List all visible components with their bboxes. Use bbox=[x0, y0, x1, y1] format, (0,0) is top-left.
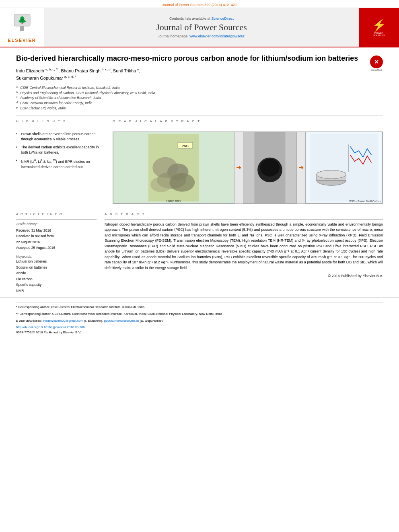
journal-homepage-link[interactable]: www.elsevier.com/locate/jpowsour bbox=[189, 34, 245, 38]
crossmark-badge: ✕ CrossMark bbox=[370, 55, 383, 71]
affiliation-a: a CSIR-Central Electrochemical Research … bbox=[16, 85, 383, 90]
bullet-icon: • bbox=[16, 131, 19, 142]
svg-rect-14 bbox=[310, 134, 378, 201]
divider-2 bbox=[16, 208, 383, 208]
ga-arrow-icon: ➜ bbox=[234, 132, 243, 203]
keyword-1: Lithium ion batteries bbox=[16, 259, 97, 264]
keywords-title: Keywords: bbox=[16, 255, 97, 259]
keywords-list: Lithium ion batteries Sodium ion batteri… bbox=[16, 259, 97, 294]
affiliation-d: d CSIR- Network Institutes for Solar Ene… bbox=[16, 101, 383, 106]
top-bar: Journal of Power Sources 329 (2016) 412–… bbox=[0, 0, 399, 8]
bullet-icon: • bbox=[16, 145, 19, 156]
article-history-dates: Received 31 May 2016 Received in revised… bbox=[16, 228, 97, 251]
revised-date: Received in revised form22 August 2016 bbox=[16, 233, 97, 245]
highlight-item-1: • Prawn shells are converted into porous… bbox=[16, 131, 105, 142]
abstract-header: A B S T R A C T bbox=[105, 212, 383, 217]
battery-visual bbox=[307, 134, 381, 201]
svg-text:🌲: 🌲 bbox=[18, 15, 27, 24]
journal-logo-area: ⚡ POWERSOURCES bbox=[359, 8, 399, 47]
footer-notes: * Corresponding author. CSIR-Central Ele… bbox=[0, 298, 399, 339]
journal-reference: Journal of Power Sources 329 (2016) 412–… bbox=[162, 3, 237, 7]
author-sunil: Sunil Trikha e bbox=[113, 68, 139, 73]
accepted-date: Accepted 25 August 2016 bbox=[16, 245, 97, 251]
prawn-shell-visual: PSC bbox=[115, 134, 232, 201]
svg-rect-2 bbox=[20, 26, 24, 31]
abstract-section: A B S T R A C T Nitrogen doped hierarchi… bbox=[105, 212, 383, 278]
keyword-4: Bio carbon bbox=[16, 276, 97, 282]
doi-link[interactable]: http://dx.doi.org/10.1016/j.jpowsour.201… bbox=[16, 325, 85, 329]
affiliations: a CSIR-Central Electrochemical Research … bbox=[16, 85, 383, 111]
corr-note-1: * Corresponding author. CSIR-Central Ele… bbox=[16, 305, 383, 310]
svg-point-7 bbox=[150, 177, 172, 192]
highlight-item-3: • NMR (Li6, Li7 & Na 23) and EPR studies… bbox=[16, 158, 105, 170]
logo-subtext: POWERSOURCES bbox=[373, 32, 385, 37]
graphical-abstract-image: PSC Prawn shell ➜ bbox=[113, 131, 383, 204]
elsevier-brand-text: ELSEVIER bbox=[8, 38, 36, 43]
elsevier-logo-area: 🌲 ELSEVIER bbox=[0, 8, 44, 47]
highlight-item-2: • The derived carbon exhibits excellent … bbox=[16, 145, 105, 156]
page: Journal of Power Sources 329 (2016) 412–… bbox=[0, 0, 399, 532]
svg-text:PSC: PSC bbox=[181, 144, 188, 148]
contents-line: Contents lists available at ScienceDirec… bbox=[169, 16, 234, 21]
journal-logo-box: ⚡ POWERSOURCES bbox=[363, 11, 395, 43]
issn-line: 0378-7753/© 2016 Published by Elsevier B… bbox=[16, 330, 383, 335]
article-info-header: A R T I C L E I N F O bbox=[16, 212, 97, 217]
homepage-line: journal homepage: www.elsevier.com/locat… bbox=[158, 34, 245, 38]
article-title-area: ✕ CrossMark Bio-derived hierarchically m… bbox=[16, 54, 383, 63]
sciencedirect-link[interactable]: ScienceDirect bbox=[212, 16, 234, 21]
prawn-label: Prawn shell bbox=[167, 199, 181, 202]
keyword-3: Anode bbox=[16, 270, 97, 276]
svg-point-17 bbox=[317, 170, 346, 179]
received-date: Received 31 May 2016 bbox=[16, 228, 97, 233]
ga-battery-panel: PSC – Prawn Shell Carbon bbox=[305, 132, 383, 203]
keyword-5: Specific capacity bbox=[16, 282, 97, 288]
highlights-list: • Prawn shells are converted into porous… bbox=[16, 131, 105, 170]
graphical-abstract-header: G R A P H I C A L A B S T R A C T bbox=[113, 119, 383, 125]
carbon-powder-visual bbox=[243, 132, 296, 203]
keyword-6: NMR bbox=[16, 288, 97, 294]
affiliation-c: c Academy of Scientific and Innovative R… bbox=[16, 95, 383, 101]
affiliation-e: e EON Electric Ltd, Noida, India bbox=[16, 106, 383, 111]
divider-1 bbox=[16, 115, 383, 115]
ga-arrow2-icon: ➜ bbox=[297, 132, 305, 203]
author-indu: Indu Elizabeth a, b, c, ** bbox=[16, 68, 58, 73]
highlights-graphical-section: H I G H L I G H T S • Prawn shells are c… bbox=[16, 119, 383, 204]
article-title: Bio-derived hierarchically macro-meso-mi… bbox=[16, 54, 383, 63]
abstract-copyright: © 2016 Published by Elsevier B.V. bbox=[105, 274, 383, 278]
journal-title: Journal of Power Sources bbox=[156, 22, 247, 33]
ga-carbon-panel bbox=[243, 132, 297, 203]
authors-line: Indu Elizabeth a, b, c, **, Bhanu Pratap… bbox=[16, 67, 383, 82]
keyword-2: Sodium ion batteries bbox=[16, 265, 97, 270]
crossmark-icon: ✕ bbox=[370, 55, 383, 68]
abstract-text: Nitrogen doped hierarchically porous car… bbox=[105, 222, 383, 271]
email-link-1[interactable]: induelizabeth20@gmail.com bbox=[43, 319, 83, 322]
affiliation-b: b Physics and Engineering of Carbon, CSI… bbox=[16, 90, 383, 96]
elsevier-logo: 🌲 ELSEVIER bbox=[8, 12, 36, 43]
email-addresses: E-mail addresses: induelizabeth20@gmail.… bbox=[16, 318, 383, 324]
header-area: 🌲 ELSEVIER Contents lists available at S… bbox=[0, 8, 399, 47]
ga-prawn-panel: PSC Prawn shell bbox=[113, 132, 234, 203]
power-sources-icon: ⚡ bbox=[372, 18, 386, 32]
svg-point-13 bbox=[260, 159, 279, 177]
doi-line[interactable]: http://dx.doi.org/10.1016/j.jpowsour.201… bbox=[16, 325, 383, 330]
abstract-col: A B S T R A C T Nitrogen doped hierarchi… bbox=[105, 212, 383, 294]
header-center: Contents lists available at ScienceDirec… bbox=[44, 8, 359, 47]
keywords-section: Keywords: Lithium ion batteries Sodium i… bbox=[16, 255, 97, 294]
psc-label-right: PSC – Prawn Shell Carbon bbox=[350, 200, 381, 203]
bullet-icon: • bbox=[16, 158, 19, 170]
graphical-abstract-col: G R A P H I C A L A B S T R A C T bbox=[113, 119, 383, 204]
article-history-title: Article history: bbox=[16, 222, 97, 226]
email-link-2[interactable]: gopukumar@cecri.res.in bbox=[104, 319, 139, 322]
author-bhanu: Bhanu Pratap Singh b, c, d bbox=[61, 68, 110, 73]
corr-note-2: ** Corresponding author. CSIR-Central El… bbox=[16, 312, 383, 317]
highlights-header: H I G H L I G H T S bbox=[16, 119, 105, 125]
article-info-col: A R T I C L E I N F O Article history: R… bbox=[16, 212, 97, 294]
svg-point-8 bbox=[169, 173, 195, 191]
article-content: ✕ CrossMark Bio-derived hierarchically m… bbox=[0, 47, 399, 298]
article-info-section: A R T I C L E I N F O Article history: R… bbox=[16, 212, 97, 251]
elsevier-tree-icon: 🌲 bbox=[10, 12, 34, 36]
article-info-abstract: A R T I C L E I N F O Article history: R… bbox=[16, 212, 383, 294]
highlights-col: H I G H L I G H T S • Prawn shells are c… bbox=[16, 119, 105, 204]
author-sukumaran: Sukumaran Gopukumar a, c, d, * bbox=[16, 76, 76, 80]
graphical-abstract-content: PSC Prawn shell ➜ bbox=[113, 132, 383, 203]
